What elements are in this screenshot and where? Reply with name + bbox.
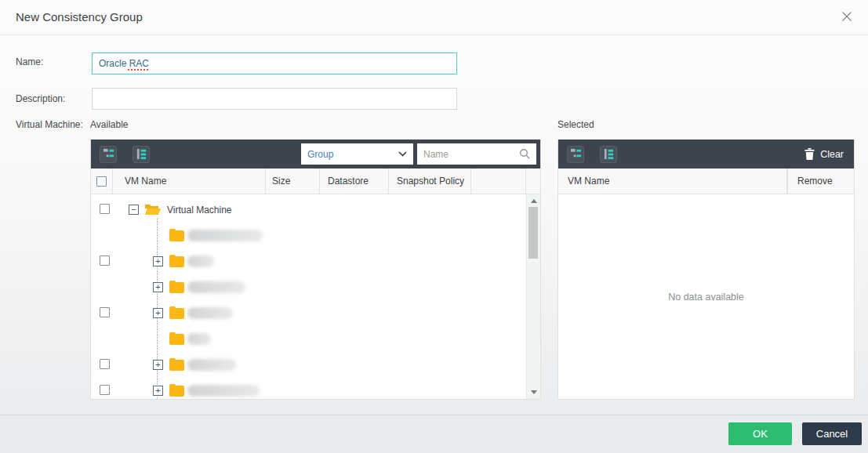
scrollbar-thumb[interactable] bbox=[528, 207, 538, 259]
footer-divider bbox=[0, 415, 868, 415]
available-table-header: VM Name Size Datastore Snapshot Policy bbox=[91, 169, 540, 194]
spellcheck-underline bbox=[128, 69, 150, 71]
folder-icon bbox=[169, 386, 184, 397]
folder-icon bbox=[169, 334, 184, 345]
redacted-vm-name bbox=[187, 230, 263, 241]
dialog-titlebar: New Consistency Group bbox=[0, 0, 868, 35]
name-search-box bbox=[417, 143, 536, 165]
chevron-down-icon bbox=[398, 151, 407, 157]
selected-section-label: Selected bbox=[557, 119, 594, 130]
tree-row[interactable] bbox=[91, 326, 526, 352]
vertical-scrollbar[interactable] bbox=[526, 194, 540, 399]
available-toolbar: Group bbox=[91, 140, 540, 169]
redacted-vm-name bbox=[187, 385, 260, 397]
row-checkbox[interactable] bbox=[100, 255, 110, 266]
column-header-size: Size bbox=[266, 169, 320, 194]
description-input[interactable] bbox=[92, 88, 457, 110]
folder-icon bbox=[169, 256, 184, 267]
column-header-snapshot-policy: Snapshot Policy bbox=[389, 169, 471, 194]
selected-panel: Clear VM Name Remove No data available bbox=[557, 140, 855, 400]
expand-tree-icon[interactable] bbox=[100, 146, 117, 163]
available-section-label: Available bbox=[90, 119, 128, 130]
new-consistency-group-dialog: New Consistency Group Name: Oracle RAC D… bbox=[0, 0, 868, 453]
redacted-vm-name bbox=[187, 333, 211, 345]
clear-button[interactable]: Clear bbox=[804, 148, 844, 160]
tree-row[interactable]: + bbox=[91, 274, 526, 300]
folder-icon bbox=[169, 308, 184, 319]
name-search-input[interactable] bbox=[423, 149, 519, 160]
expand-toggle-icon[interactable]: + bbox=[153, 308, 163, 318]
expand-toggle-icon[interactable]: + bbox=[153, 386, 163, 396]
magnifier-icon[interactable] bbox=[519, 148, 531, 160]
scroll-down-icon[interactable] bbox=[531, 390, 537, 394]
expand-tree-icon[interactable] bbox=[567, 146, 584, 163]
tree-row[interactable]: + bbox=[91, 352, 526, 378]
redacted-vm-name bbox=[187, 307, 233, 319]
collapse-tree-icon[interactable] bbox=[133, 146, 150, 163]
empty-state-text: No data available bbox=[668, 292, 744, 303]
redacted-vm-name bbox=[187, 255, 214, 267]
cancel-button[interactable]: Cancel bbox=[802, 422, 862, 445]
ok-button[interactable]: OK bbox=[728, 422, 792, 445]
available-panel: Group VM Name Size Datastore Snapshot Po… bbox=[90, 140, 541, 400]
column-header-datastore: Datastore bbox=[320, 169, 389, 194]
collapse-toggle-icon[interactable]: − bbox=[129, 205, 139, 215]
virtual-machine-label: Virtual Machine: bbox=[16, 119, 83, 130]
name-input-value: Oracle RAC bbox=[99, 58, 149, 69]
tree-row[interactable]: + bbox=[91, 378, 526, 399]
tree-row[interactable]: −Virtual Machine bbox=[91, 197, 526, 223]
redacted-vm-name bbox=[187, 359, 236, 371]
expand-toggle-icon[interactable]: + bbox=[153, 256, 163, 266]
folder-icon bbox=[169, 282, 184, 293]
trash-icon bbox=[804, 148, 815, 160]
expand-toggle-icon[interactable]: + bbox=[153, 360, 163, 370]
open-folder-icon bbox=[144, 203, 162, 218]
column-header-remove: Remove bbox=[787, 169, 854, 194]
select-all-checkbox[interactable] bbox=[96, 176, 107, 187]
selected-table-header: VM Name Remove bbox=[558, 169, 854, 194]
group-filter-dropdown[interactable]: Group bbox=[301, 143, 413, 165]
name-input[interactable]: Oracle RAC bbox=[92, 53, 457, 74]
description-label: Description: bbox=[16, 93, 65, 104]
row-checkbox[interactable] bbox=[100, 359, 110, 369]
row-checkbox[interactable] bbox=[100, 385, 110, 395]
column-header-vm-name: VM Name bbox=[113, 169, 266, 194]
dialog-title: New Consistency Group bbox=[16, 10, 143, 24]
clear-label: Clear bbox=[820, 149, 844, 160]
scroll-up-icon[interactable] bbox=[531, 199, 537, 203]
group-filter-value: Group bbox=[307, 149, 398, 160]
close-icon[interactable] bbox=[840, 10, 854, 24]
selected-toolbar: Clear bbox=[558, 140, 854, 169]
row-checkbox[interactable] bbox=[100, 204, 110, 214]
collapse-tree-icon[interactable] bbox=[600, 146, 617, 163]
expand-toggle-icon[interactable]: + bbox=[153, 282, 163, 292]
redacted-vm-name bbox=[187, 281, 245, 293]
tree-row[interactable]: + bbox=[91, 248, 526, 274]
folder-icon bbox=[169, 230, 184, 241]
vm-root-label: Virtual Machine bbox=[167, 205, 232, 216]
tree-row[interactable] bbox=[91, 223, 526, 248]
column-header-vm-name: VM Name bbox=[558, 169, 787, 194]
vm-tree: −Virtual Machine+++++ bbox=[91, 197, 526, 399]
tree-row[interactable]: + bbox=[91, 300, 526, 326]
row-checkbox[interactable] bbox=[100, 307, 110, 317]
folder-icon bbox=[169, 360, 184, 371]
selected-table-body: No data available bbox=[558, 194, 854, 399]
name-label: Name: bbox=[16, 56, 43, 67]
available-table-body: −Virtual Machine+++++ bbox=[91, 194, 540, 399]
